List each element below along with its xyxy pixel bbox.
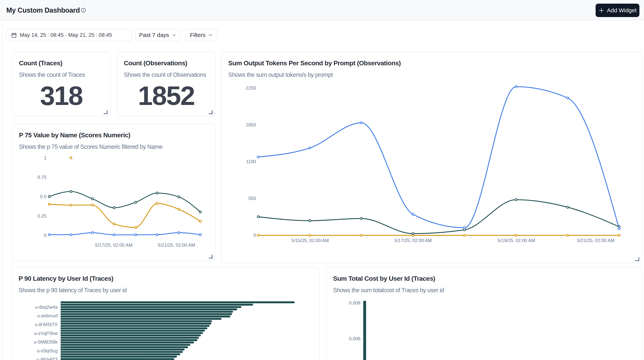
svg-text:0: 0	[254, 232, 256, 238]
svg-text:5/17/25, 02:00 AM: 5/17/25, 02:00 AM	[95, 242, 132, 248]
svg-text:1: 1	[44, 155, 46, 160]
svg-text:0.006: 0.006	[349, 336, 360, 341]
svg-text:5/15/25, 02:00 AM: 5/15/25, 02:00 AM	[292, 238, 329, 243]
svg-text:u-zVqP3hw: u-zVqP3hw	[34, 331, 58, 336]
svg-text:5/17/25, 02:00 AM: 5/17/25, 02:00 AM	[394, 238, 432, 243]
svg-text:0: 0	[44, 233, 46, 238]
svg-text:5/21/25, 02:00 AM: 5/21/25, 02:00 AM	[577, 238, 614, 243]
svg-text:u-tFAR5TX: u-tFAR5TX	[35, 322, 58, 327]
svg-text:u-8sq2w4a: u-8sq2w4a	[35, 304, 58, 310]
svg-text:u-d3qr5cg: u-d3qr5cg	[37, 348, 58, 353]
svg-text:0.25: 0.25	[38, 213, 46, 218]
svg-text:1650: 1650	[246, 122, 256, 127]
svg-text:550: 550	[248, 196, 256, 201]
svg-text:0.008: 0.008	[349, 300, 360, 305]
svg-text:u-aobnuxf: u-aobnuxf	[37, 313, 58, 318]
svg-text:2200: 2200	[246, 85, 256, 91]
svg-text:0.75: 0.75	[38, 175, 46, 180]
svg-text:5/19/25, 02:00 AM: 5/19/25, 02:00 AM	[498, 238, 535, 243]
svg-text:5/21/25, 02:00 AM: 5/21/25, 02:00 AM	[158, 242, 195, 248]
svg-text:u-8fVa9T3: u-8fVa9T3	[36, 357, 58, 360]
svg-text:1100: 1100	[246, 159, 256, 164]
svg-text:u-5M8D56k: u-5M8D56k	[34, 339, 58, 344]
svg-text:0.5: 0.5	[40, 194, 46, 199]
